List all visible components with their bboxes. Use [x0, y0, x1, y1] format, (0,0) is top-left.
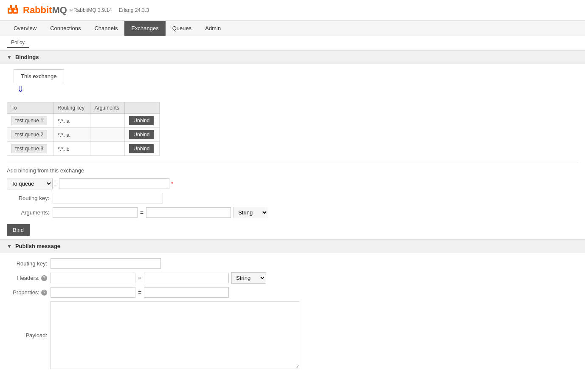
properties-val-input[interactable] [144, 287, 229, 298]
unbind-button-1[interactable]: Unbind [129, 116, 154, 125]
publish-title: Publish message [15, 243, 60, 249]
svg-rect-3 [15, 5, 17, 8]
bindings-section: ▼ Bindings This exchange ⇓ To Routing ke… [7, 50, 578, 156]
publish-headers-row: Headers: ? = String Number Boolean [7, 272, 578, 284]
col-actions [125, 102, 160, 114]
bindings-section-header: ▼ Bindings [0, 50, 585, 64]
svg-point-6 [10, 8, 11, 10]
routing-key-row: Routing key: [7, 193, 578, 203]
headers-type-select[interactable]: String Number Boolean [231, 272, 266, 284]
publish-section-header: ▼ Publish message [0, 239, 585, 253]
nav-exchanges[interactable]: Exchanges [124, 21, 165, 36]
headers-help-icon[interactable]: ? [41, 275, 47, 281]
binding-args-1 [90, 114, 125, 128]
main-nav: Overview Connections Channels Exchanges … [0, 21, 585, 36]
erlang-version: Erlang 24.3.3 [119, 7, 149, 13]
rabbitmq-version: RabbitMQ 3.9.14 [73, 7, 112, 13]
bind-button[interactable]: Bind [7, 224, 30, 236]
col-to: To [7, 102, 53, 114]
arguments-label: Arguments: [7, 209, 49, 216]
arguments-val-input[interactable] [146, 207, 231, 218]
binding-args-3 [90, 142, 125, 156]
logo-mq-text: MQ [52, 5, 67, 16]
add-binding-title: Add binding from this exchange [7, 163, 578, 174]
bindings-table: To Routing key Arguments test.queue.1 *.… [7, 102, 160, 156]
publish-section: ▼ Publish message Routing key: Headers: … [7, 239, 578, 369]
arguments-key-input[interactable] [53, 207, 138, 218]
table-row: test.queue.1 *.*. a Unbind [7, 114, 160, 128]
sub-nav-policy[interactable]: Policy [7, 38, 29, 48]
headers-key-input[interactable] [51, 273, 135, 283]
publish-properties-row: Properties: ? = [7, 287, 578, 298]
binding-action-1: Unbind [125, 114, 160, 128]
svg-rect-4 [9, 10, 11, 12]
bindings-title: Bindings [15, 54, 39, 60]
publish-payload-row: Payload: [7, 301, 578, 369]
binding-action-3: Unbind [125, 142, 160, 156]
to-queue-label-wrap: To queue To exchange : [7, 178, 56, 189]
publish-toggle[interactable]: ▼ [7, 243, 12, 249]
nav-channels[interactable]: Channels [87, 21, 124, 36]
binding-action-2: Unbind [125, 128, 160, 142]
binding-to-2: test.queue.2 [7, 128, 53, 142]
header: RabbitMQTM RabbitMQ 3.9.14 Erlang 24.3.3 [0, 0, 585, 21]
nav-queues[interactable]: Queues [166, 21, 199, 36]
col-routing-key: Routing key [53, 102, 90, 114]
binding-rk-1: *.*. a [53, 114, 90, 128]
routing-key-label: Routing key: [7, 195, 49, 201]
publish-headers-label: Headers: [17, 275, 39, 281]
payload-textarea[interactable] [51, 301, 299, 369]
routing-key-input[interactable] [53, 193, 163, 203]
arrow-down-icon: ⇓ [17, 84, 24, 94]
nav-connections[interactable]: Connections [43, 21, 87, 36]
headers-equals: = [138, 275, 141, 282]
publish-routing-key-label: Routing key: [7, 260, 47, 267]
unbind-button-2[interactable]: Unbind [129, 130, 154, 139]
main-content: ▼ Bindings This exchange ⇓ To Routing ke… [0, 50, 585, 369]
arguments-row: Arguments: = String Number Boolean [7, 207, 578, 218]
add-binding-section: Add binding from this exchange To queue … [7, 163, 578, 236]
to-queue-select[interactable]: To queue To exchange [7, 178, 53, 189]
publish-properties-label: Properties: [13, 289, 39, 296]
publish-payload-label: Payload: [7, 332, 47, 338]
headers-val-input[interactable] [144, 273, 229, 283]
unbind-button-3[interactable]: Unbind [129, 144, 154, 153]
queue-name-input[interactable] [59, 178, 169, 189]
publish-headers-label-wrap: Headers: ? [7, 275, 47, 281]
version-info: RabbitMQ 3.9.14 Erlang 24.3.3 [73, 7, 149, 13]
nav-admin[interactable]: Admin [198, 21, 228, 36]
arguments-type-select[interactable]: String Number Boolean [233, 207, 268, 218]
bindings-toggle[interactable]: ▼ [7, 54, 12, 60]
colon-separator: : [54, 180, 56, 187]
binding-to-3: test.queue.3 [7, 142, 53, 156]
logo: RabbitMQTM [7, 3, 73, 17]
rabbitmq-icon [7, 3, 20, 17]
table-row: test.queue.2 *.*. a Unbind [7, 128, 160, 142]
bindings-diagram: This exchange ⇓ [14, 69, 578, 95]
properties-help-icon[interactable]: ? [41, 290, 47, 296]
nav-overview[interactable]: Overview [7, 21, 43, 36]
svg-rect-5 [14, 10, 17, 12]
binding-rk-2: *.*. a [53, 128, 90, 142]
sub-nav: Policy [0, 36, 585, 50]
equals-sign: = [140, 209, 143, 216]
to-queue-row: To queue To exchange : * [7, 178, 578, 189]
svg-rect-2 [10, 5, 12, 8]
logo-tm: TM [68, 8, 73, 12]
exchange-box: This exchange [14, 69, 64, 83]
required-star: * [171, 180, 173, 187]
publish-routing-key-row: Routing key: [7, 258, 578, 269]
properties-equals: = [138, 289, 141, 296]
binding-args-2 [90, 128, 125, 142]
svg-point-7 [15, 8, 16, 10]
binding-to-1: test.queue.1 [7, 114, 53, 128]
publish-routing-key-input[interactable] [51, 258, 161, 269]
binding-rk-3: *.*. b [53, 142, 90, 156]
table-row: test.queue.3 *.*. b Unbind [7, 142, 160, 156]
publish-properties-label-wrap: Properties: ? [7, 289, 47, 296]
properties-key-input[interactable] [51, 287, 135, 298]
col-arguments: Arguments [90, 102, 125, 114]
logo-rabbit-text: Rabbit [23, 5, 52, 16]
